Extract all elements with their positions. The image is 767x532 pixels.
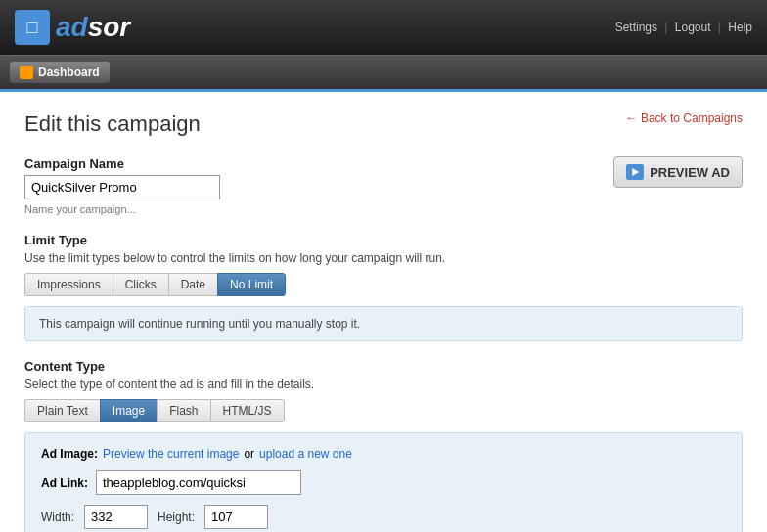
header: □ adsor Settings | Logout | Help	[0, 0, 767, 55]
logout-link[interactable]: Logout	[675, 21, 711, 34]
height-input[interactable]	[204, 505, 268, 529]
tab-no-limit[interactable]: No Limit	[217, 273, 286, 296]
limit-info-text: This campaign will continue running unti…	[39, 317, 360, 331]
logo-area: □ adsor	[15, 10, 130, 45]
campaign-name-hint: Name your campaign...	[24, 203, 220, 215]
header-links: Settings | Logout | Help	[615, 21, 752, 34]
campaign-name-section: Campaign Name Name your campaign...	[24, 156, 220, 215]
ad-link-row: Ad Link:	[41, 470, 726, 495]
or-text: or	[244, 447, 254, 461]
content-type-label: Content Type	[24, 359, 743, 374]
dashboard-button[interactable]: Dashboard	[10, 62, 110, 83]
campaign-name-label: Campaign Name	[24, 156, 220, 171]
limit-type-tabs: Impressions Clicks Date No Limit	[24, 273, 743, 296]
tab-plain-text[interactable]: Plain Text	[24, 399, 100, 422]
dimension-row: Width: Height:	[41, 505, 726, 529]
width-input[interactable]	[84, 505, 148, 529]
content-type-description: Select the type of content the ad is and…	[24, 377, 743, 391]
tab-image[interactable]: Image	[100, 399, 157, 422]
limit-type-label: Limit Type	[24, 233, 743, 247]
dashboard-icon	[20, 66, 33, 79]
main-content: Edit this campaign ← Back to Campaigns C…	[0, 92, 767, 532]
content-type-section: Content Type Select the type of content …	[24, 359, 743, 532]
tab-date[interactable]: Date	[168, 273, 217, 296]
campaign-name-input[interactable]	[24, 175, 220, 200]
ad-link-label: Ad Link:	[41, 476, 88, 490]
page-header: Edit this campaign ← Back to Campaigns	[24, 111, 743, 137]
settings-link[interactable]: Settings	[615, 21, 657, 34]
navbar: Dashboard	[0, 55, 767, 89]
tab-html-js[interactable]: HTML/JS	[210, 399, 285, 422]
logo-text: adsor	[56, 12, 130, 43]
sep1: |	[664, 21, 670, 34]
tab-flash[interactable]: Flash	[157, 399, 209, 422]
logo-icon: □	[15, 10, 50, 45]
limit-type-description: Use the limit types below to control the…	[24, 251, 743, 265]
tab-impressions[interactable]: Impressions	[24, 273, 113, 296]
height-label: Height:	[158, 510, 195, 524]
tab-clicks[interactable]: Clicks	[113, 273, 168, 296]
upload-new-link[interactable]: upload a new one	[259, 447, 352, 461]
preview-ad-button[interactable]: PREVIEW AD	[613, 156, 743, 188]
preview-icon	[626, 164, 644, 180]
dashboard-label: Dashboard	[38, 66, 100, 79]
limit-type-section: Limit Type Use the limit types below to …	[24, 233, 743, 341]
ad-link-input[interactable]	[96, 470, 301, 495]
help-link[interactable]: Help	[728, 21, 752, 34]
width-label: Width:	[41, 510, 74, 524]
logo-sor: sor	[88, 12, 131, 42]
preview-ad-label: PREVIEW AD	[650, 165, 730, 180]
logo-ad: ad	[56, 12, 88, 42]
limit-info-box: This campaign will continue running unti…	[24, 306, 743, 341]
ad-image-row: Ad Image: Preview the current image or u…	[41, 447, 726, 461]
preview-current-image-link[interactable]: Preview the current image	[103, 447, 239, 461]
content-box: Ad Image: Preview the current image or u…	[24, 432, 743, 532]
ad-image-label: Ad Image:	[41, 447, 98, 461]
sep2: |	[718, 21, 724, 34]
page-title: Edit this campaign	[24, 111, 201, 137]
content-type-tabs: Plain Text Image Flash HTML/JS	[24, 399, 743, 422]
back-to-campaigns-link[interactable]: ← Back to Campaigns	[626, 111, 743, 125]
